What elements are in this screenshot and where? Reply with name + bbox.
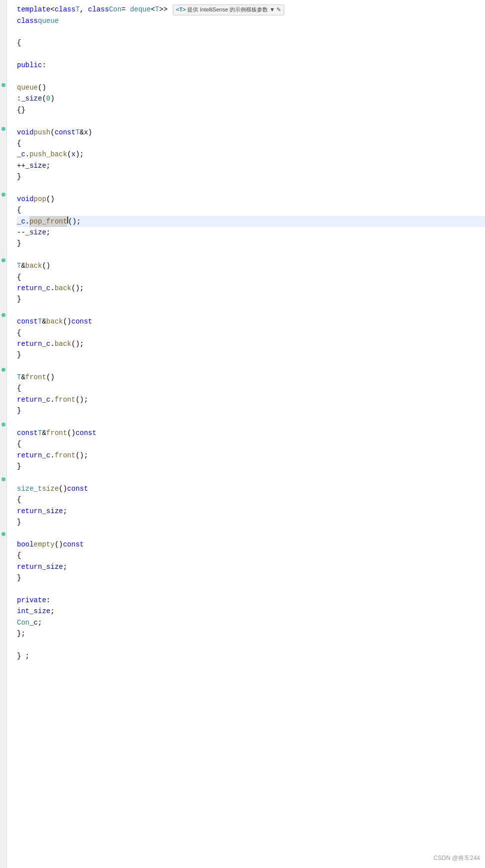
gutter-breakpoint-mark [1, 83, 5, 87]
code-line [17, 249, 485, 260]
code-line: { [17, 438, 485, 449]
code-line: bool empty()const [17, 539, 485, 550]
code-line: const T& front()const [17, 428, 485, 438]
code-line: } [17, 349, 485, 360]
code-line [17, 361, 485, 372]
code-line: } [17, 294, 485, 305]
code-line: _c.push_back(x); [17, 149, 485, 160]
code-line: _c.pop_front(); [17, 216, 485, 227]
intellisense-badge[interactable]: <T> 提供 IntelliSense 的示例模板参数 ▼ ✎ [173, 4, 285, 15]
code-line [17, 49, 485, 60]
code-line [17, 639, 485, 650]
gutter-breakpoint-mark [1, 313, 5, 317]
code-line: return _size; [17, 561, 485, 572]
code-line: } [17, 171, 485, 182]
editor-container: template<class T, class Con = deque<T>><… [0, 0, 485, 868]
code-line: { [17, 327, 485, 338]
code-line: return _c.back(); [17, 338, 485, 349]
gutter-breakpoint-mark [1, 477, 5, 481]
code-line: } [17, 572, 485, 583]
watermark: CSDN @将车244 [433, 854, 480, 863]
line-gutter [0, 0, 7, 868]
code-line: private: [17, 595, 485, 606]
code-line: } ; [17, 651, 485, 661]
code-line [17, 115, 485, 126]
code-line: { [17, 272, 485, 283]
code-line: return _c.back(); [17, 283, 485, 294]
code-line: } [17, 517, 485, 528]
code-line: queue() [17, 82, 485, 93]
code-line: { [17, 383, 485, 394]
code-line: void push(const T& x) [17, 127, 485, 138]
code-line: template<class T, class Con = deque<T>><… [17, 4, 485, 15]
code-line [17, 472, 485, 483]
gutter-breakpoint-mark [1, 368, 5, 372]
gutter-breakpoint-mark [1, 423, 5, 427]
code-line: --_size; [17, 227, 485, 238]
code-line: int _size; [17, 606, 485, 617]
code-line [17, 417, 485, 428]
code-line: }; [17, 628, 485, 639]
code-line: } [17, 405, 485, 416]
code-line: T& front() [17, 372, 485, 383]
code-line: return _c.front(); [17, 394, 485, 405]
code-line [17, 528, 485, 539]
code-line: class queue [17, 15, 485, 26]
code-line: ++_size; [17, 160, 485, 171]
gutter-breakpoint-mark [1, 127, 5, 131]
code-line: } [17, 238, 485, 249]
gutter-breakpoint-mark [1, 532, 5, 536]
code-line: { [17, 205, 485, 216]
code-line: {} [17, 105, 485, 115]
code-line: size_t size()const [17, 483, 485, 494]
code-line: public: [17, 60, 485, 71]
code-line [17, 182, 485, 193]
gutter-breakpoint-mark [1, 193, 5, 197]
code-line: return _c.front(); [17, 450, 485, 461]
code-line: :_size(0) [17, 93, 485, 104]
code-line: return _size; [17, 506, 485, 517]
code-line: Con _c; [17, 617, 485, 628]
gutter-breakpoint-mark [1, 258, 5, 262]
code-line [17, 584, 485, 595]
code-line: const T& back()const [17, 316, 485, 327]
code-line: void pop() [17, 194, 485, 205]
code-line [17, 71, 485, 82]
code-line: { [17, 37, 485, 48]
code-area[interactable]: template<class T, class Con = deque<T>><… [7, 0, 485, 868]
code-line: { [17, 494, 485, 505]
code-line [17, 305, 485, 316]
code-line [17, 26, 485, 37]
code-line: T& back() [17, 260, 485, 271]
code-line: { [17, 138, 485, 149]
code-line: } [17, 461, 485, 472]
code-line: { [17, 550, 485, 561]
